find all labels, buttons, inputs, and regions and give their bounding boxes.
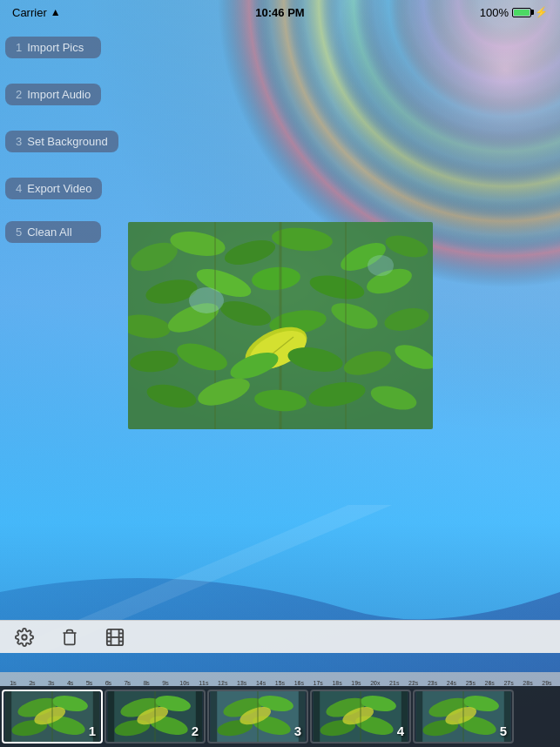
export-video-button[interactable]: 4 Export Video [5,178,102,199]
btn4-number: 4 [16,182,22,195]
ruler-tick: 15s [270,680,289,686]
btn3-number: 3 [16,135,22,148]
ruler-tick: 12s [213,680,233,686]
btn5-label: Clean All [27,225,71,239]
btn2-number: 2 [16,88,22,101]
trash-button[interactable] [59,627,80,648]
svg-point-36 [189,287,224,313]
ruler-tick: 10s [175,680,194,686]
btn3-label: Set Background [27,135,108,148]
ruler-tick: 26s [480,680,499,686]
battery-percent: 100% [480,6,509,19]
main-photo [128,222,433,429]
ruler-tick: 6s [98,680,118,686]
ruler-tick: 27s [499,680,518,686]
film-thumbnail[interactable]: 5 [413,690,514,744]
svg-rect-75 [211,691,217,742]
ruler-tick: 5s [80,680,99,686]
filmstrip: 1 2 3 [0,686,560,747]
import-audio-button[interactable]: 2 Import Audio [5,84,101,105]
btn4-label: Export Video [27,182,91,195]
carrier-label: Carrier ▲ [12,6,61,19]
ruler-tick: 13s [233,680,252,686]
ruler-tick: 16s [289,680,308,686]
svg-rect-85 [314,691,320,742]
bottom-toolbar [0,620,560,653]
ruler-tick: 2s [23,680,42,686]
film-thumbnail[interactable]: 3 [207,690,308,744]
ruler-tick: 20x [366,680,385,686]
svg-point-37 [368,255,394,276]
ruler-tick: 14s [252,680,271,686]
play-video-button[interactable] [105,627,125,648]
ruler-tick: 28s [518,680,537,686]
svg-point-38 [22,635,27,640]
film-thumbnail[interactable]: 4 [310,690,411,744]
import-pics-button[interactable]: 1 Import Pics [5,37,101,58]
charging-icon: ⚡ [535,6,548,18]
film-number: 4 [397,723,404,738]
ruler-tick: 3s [42,680,61,686]
ruler-tick: 11s [194,680,213,686]
film-number: 3 [294,723,301,738]
film-number: 5 [500,723,507,738]
ruler-tick: 17s [308,680,327,686]
film-thumbnail[interactable]: 1 [2,690,103,744]
status-right: 100% ⚡ [480,6,548,19]
film-thumbnail[interactable]: 2 [105,690,206,744]
ruler-tick: 29s [537,680,557,686]
film-number: 2 [192,723,199,738]
settings-button[interactable] [14,627,35,648]
set-background-button[interactable]: 3 Set Background [5,131,118,152]
ruler-ticks: 1s2s3s4s5s6s7s8s9s10s11s12s13s14s15s16s1… [3,672,557,686]
ruler-tick: 25s [461,680,480,686]
carrier-text: Carrier [12,6,47,19]
btn2-label: Import Audio [27,88,91,101]
time-label: 10:46 PM [255,6,304,19]
btn1-label: Import Pics [27,41,84,54]
ruler-tick: 9s [156,680,175,686]
ruler-tick: 19s [347,680,366,686]
btn5-number: 5 [16,225,22,239]
ruler-tick: 18s [327,680,347,686]
btn1-number: 1 [16,41,22,54]
ruler-tick: 7s [118,680,137,686]
wifi-icon: ▲ [51,6,61,18]
battery-icon [512,8,531,17]
svg-rect-95 [416,691,422,742]
ruler-tick: 1s [3,680,23,686]
svg-rect-65 [108,691,114,742]
ruler-tick: 8s [137,680,156,686]
svg-rect-55 [5,691,11,742]
film-number: 1 [89,723,96,738]
ruler-tick: 22s [404,680,423,686]
status-bar: Carrier ▲ 10:46 PM 100% ⚡ [0,0,560,24]
ruler-tick: 4s [61,680,80,686]
ruler-tick: 23s [423,680,442,686]
ruler-tick: 24s [442,680,461,686]
clean-all-button[interactable]: 5 Clean All [5,221,101,243]
timeline-ruler: 1s2s3s4s5s6s7s8s9s10s11s12s13s14s15s16s1… [0,672,560,686]
ruler-tick: 21s [385,680,404,686]
